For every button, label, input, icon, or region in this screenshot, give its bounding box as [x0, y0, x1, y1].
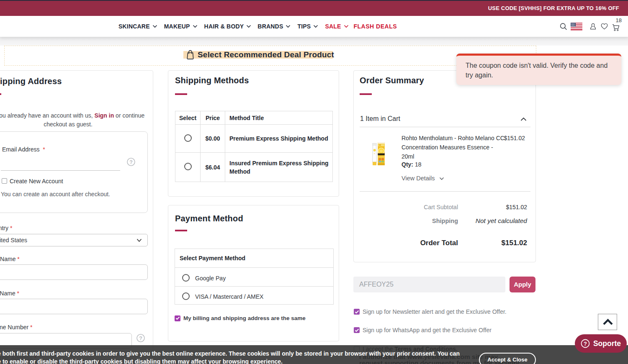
svg-text:?: ? [584, 341, 587, 347]
svg-text:?: ? [139, 336, 142, 341]
svg-text:?: ? [129, 159, 133, 165]
